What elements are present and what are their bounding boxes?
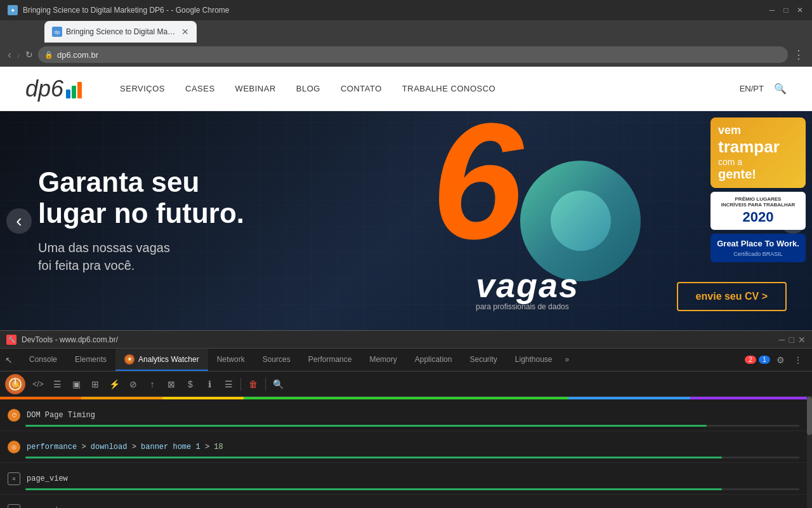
- devtools-content[interactable]: ⏱ DOM Page Timing ◎ performance > downlo…: [0, 397, 812, 508]
- error-badge: 2: [745, 356, 756, 364]
- event-text-dom-timing: DOM Page Timing: [27, 411, 804, 420]
- nav-webinar[interactable]: WEBINAR: [235, 84, 276, 93]
- site-logo: dp6: [25, 76, 82, 102]
- devtools-scrollbar-thumb[interactable]: [807, 397, 812, 435]
- nav-servicos[interactable]: SERVIÇOS: [120, 84, 165, 93]
- event-icon-pageview-1: ≡: [8, 472, 20, 485]
- address-bar[interactable]: 🔒 dp6.com.br: [38, 46, 788, 63]
- tab-application-label: Application: [415, 355, 452, 364]
- toolbar-separator-2: [265, 378, 266, 391]
- timeline-bar-fill-dom: [25, 425, 707, 427]
- devtools-minimize-button[interactable]: ─: [779, 335, 785, 345]
- hero-vagas-label: vaGas: [476, 265, 579, 305]
- tab-console[interactable]: Console: [20, 349, 66, 371]
- tab-security[interactable]: Security: [461, 349, 506, 371]
- site-menu: SERVIÇOS CASES WEBINAR BLOG CONTATO TRAB…: [120, 84, 740, 93]
- devtools-maximize-button[interactable]: □: [789, 335, 794, 345]
- perf-arrow-2: >: [132, 443, 141, 451]
- timeline-bar-pageview1: [25, 488, 799, 490]
- event-row[interactable]: ≡ page_view: [0, 463, 812, 495]
- site-menu-right: EN/PT 🔍: [740, 83, 787, 95]
- hero-subtext-line1: Uma das nossas vagas: [38, 241, 170, 255]
- toolbar-share-button[interactable]: ↑: [143, 375, 161, 393]
- pageview-1-label: page_view: [27, 474, 68, 483]
- tab-more-button[interactable]: »: [561, 349, 573, 371]
- toolbar-search-button[interactable]: 🔍: [269, 375, 287, 393]
- great-place-label: Great Place To Work.: [716, 239, 801, 249]
- hero-next-button[interactable]: ›: [780, 208, 806, 234]
- tab-memory[interactable]: Memory: [360, 349, 405, 371]
- tab-sources[interactable]: Sources: [254, 349, 299, 371]
- toolbar-dollar-button[interactable]: $: [181, 375, 199, 393]
- premio-year: 2020: [743, 209, 774, 225]
- hero-subtext-line2: foi feita pra você.: [38, 258, 134, 272]
- nav-cases[interactable]: CASES: [185, 84, 215, 93]
- event-icon-timer: ⏱: [8, 409, 20, 422]
- nav-back-button[interactable]: ‹: [8, 48, 11, 62]
- tab-close-button[interactable]: ✕: [181, 27, 189, 37]
- event-text-pageview-2: page_view: [27, 506, 804, 509]
- tab-security-label: Security: [469, 355, 497, 364]
- event-row[interactable]: ≡ page_view: [0, 495, 812, 508]
- site-search-icon[interactable]: 🔍: [774, 83, 787, 95]
- hero-vagas-sub: para profissionais de dados: [476, 302, 579, 311]
- toolbar-inspect-button[interactable]: </>: [29, 375, 47, 393]
- devtools-more-button[interactable]: ⋮: [790, 352, 806, 368]
- card-gente: gente!: [718, 167, 798, 182]
- logo-bar-1: [66, 90, 70, 98]
- hero-prev-button[interactable]: ‹: [6, 208, 32, 234]
- certified-label: Certificado BRASIL: [716, 251, 801, 257]
- close-button[interactable]: ✕: [796, 6, 804, 15]
- tab-analytics-watcher[interactable]: ★ Analytics Watcher: [115, 349, 208, 371]
- tab-lighthouse[interactable]: Lighthouse: [506, 349, 561, 371]
- more-options-button[interactable]: ⋮: [793, 48, 804, 62]
- perf-arrow-1: >: [81, 443, 90, 451]
- nav-forward-button[interactable]: ›: [16, 48, 20, 62]
- devtools-window-controls[interactable]: ─ □ ✕: [779, 335, 806, 345]
- chrome-title: Bringing Science to Digital Marketing DP…: [23, 6, 768, 15]
- chrome-window-controls[interactable]: ─ □ ✕: [768, 6, 804, 15]
- tab-performance[interactable]: Performance: [299, 349, 361, 371]
- devtools-tabs-right: 2 1 ⚙ ⋮: [745, 349, 809, 371]
- nav-blog[interactable]: BLOG: [296, 84, 320, 93]
- toolbar-block-button[interactable]: ⊘: [124, 375, 142, 393]
- tab-elements[interactable]: Elements: [66, 349, 115, 371]
- tab-title: Bringing Science to Digital Marketing DP…: [66, 27, 178, 36]
- tab-network[interactable]: Network: [208, 349, 254, 371]
- event-row[interactable]: ◎ performance > download > banner home 1…: [0, 431, 812, 463]
- minimize-button[interactable]: ─: [768, 6, 776, 15]
- nav-trabalhe[interactable]: TRABALHE CONOSCO: [402, 84, 495, 93]
- devtools-panel: 🔧 DevTools - www.dp6.com.br/ ─ □ ✕ ↖ Con…: [0, 330, 812, 508]
- language-toggle[interactable]: EN/PT: [740, 84, 764, 93]
- tab-analytics-watcher-label: Analytics Watcher: [138, 355, 199, 364]
- event-icon-pageview-2: ≡: [8, 504, 20, 509]
- event-row[interactable]: ⏱ DOM Page Timing: [0, 399, 812, 431]
- toolbar-delete-button[interactable]: 🗑: [244, 375, 262, 393]
- toolbar-menu-button[interactable]: ☰: [219, 375, 237, 393]
- website-viewport: dp6 SERVIÇOS CASES WEBINAR BLOG CONTATO …: [0, 67, 812, 330]
- toolbar-flash-button[interactable]: ⚡: [105, 375, 123, 393]
- hero-headline-line2: lugar no futuro.: [38, 197, 244, 229]
- hero-cv-button[interactable]: envie seu CV >: [677, 282, 787, 311]
- devtools-scrollbar[interactable]: [807, 397, 812, 508]
- toolbar-store-button[interactable]: ⊠: [162, 375, 180, 393]
- timeline-bar-performance: [25, 457, 799, 458]
- browser-tab[interactable]: dp Bringing Science to Digital Marketing…: [44, 21, 197, 43]
- site-navigation: dp6 SERVIÇOS CASES WEBINAR BLOG CONTATO …: [0, 67, 812, 111]
- maximize-button[interactable]: □: [782, 6, 790, 15]
- chrome-titlebar: ✦ Bringing Science to Digital Marketing …: [0, 0, 812, 20]
- devtools-title: DevTools - www.dp6.com.br/: [22, 335, 774, 344]
- nav-contato[interactable]: CONTATO: [341, 84, 382, 93]
- toolbar-filter-button[interactable]: ☰: [48, 375, 66, 393]
- devtools-close-button[interactable]: ✕: [798, 335, 806, 345]
- reload-button[interactable]: ↻: [25, 50, 33, 60]
- devtools-settings-button[interactable]: ⚙: [773, 352, 788, 368]
- analytics-watcher-icon: ★: [124, 354, 134, 364]
- tab-application[interactable]: Application: [406, 349, 461, 371]
- toolbar-info-button[interactable]: ℹ: [200, 375, 218, 393]
- toolbar-record-button[interactable]: ▣: [67, 375, 85, 393]
- devtools-inspect-icon[interactable]: ↖: [3, 349, 20, 371]
- premio-label: PRÊMIO LUGARESINCRÍVEIS PARA TRABALHAR: [721, 196, 795, 208]
- ssl-lock-icon: 🔒: [44, 51, 53, 59]
- toolbar-grid-button[interactable]: ⊞: [86, 375, 104, 393]
